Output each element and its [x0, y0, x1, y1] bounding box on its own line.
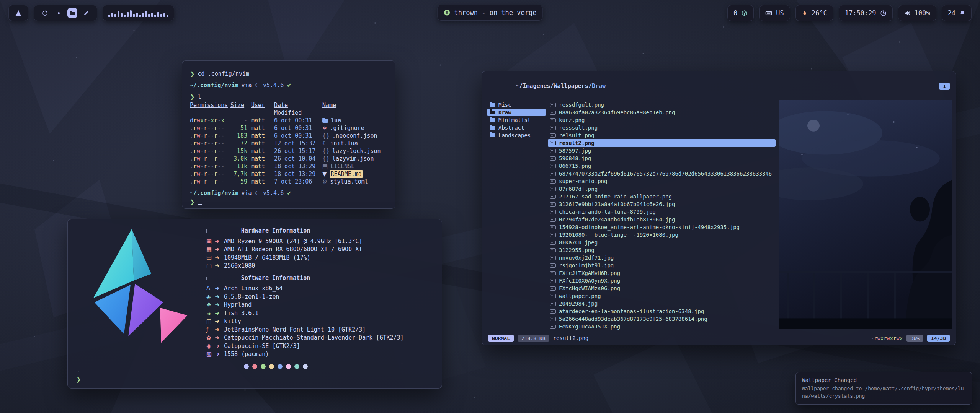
fetch-prompt[interactable]: ~ ❯ — [76, 367, 81, 384]
file-date: 6 oct 00:31 — [274, 132, 318, 140]
dir-name: Minimalist — [498, 117, 531, 123]
info-line: ❖➜Hyprland — [206, 301, 434, 309]
notification-popup[interactable]: Wallpaper Changed Wallpaper changed to /… — [795, 372, 972, 405]
wm-icon: ❖ — [206, 301, 215, 309]
vis-bar — [124, 15, 126, 17]
file-item[interactable]: 8FKa7Cu.jpeg — [548, 239, 776, 246]
info-text: 1558 (pacman) — [224, 350, 434, 359]
file-item[interactable]: result2.png — [548, 139, 776, 147]
file-name: FXfcJlTXgAMvH6R.png — [559, 270, 620, 276]
file-item[interactable]: 5a266e448add93deab367d87173e9f25-6837886… — [548, 315, 776, 323]
file-item[interactable]: 08a634fa02a32364f69ebc86a98eb1eb.png — [548, 109, 776, 116]
file-name: 5a266e448add93deab367d87173e9f25-6837886… — [559, 316, 707, 322]
info-line: ≋➜fish 3.6.1 — [206, 309, 434, 318]
file-owner: matt — [251, 124, 270, 132]
perm-char: . — [190, 148, 193, 154]
file-item[interactable]: FXfcII0X0AQyn9X.png — [548, 277, 776, 285]
image-icon — [550, 233, 556, 237]
terminal-icon: ◫ — [206, 317, 215, 326]
breadcrumb-path: ~/Imagenes/Wallpapers/Draw — [488, 76, 606, 96]
bar-left-modules — [8, 5, 174, 21]
file-size: 7,7k — [230, 170, 247, 178]
arrow-icon: ➜ — [215, 262, 224, 270]
info-text: JetBrainsMono Nerd Font Light 10 [GTK2/3… — [224, 326, 434, 334]
info-text: Hyprland — [224, 301, 434, 309]
arrow-icon: ➜ — [215, 237, 224, 246]
file-size: 59 — [230, 178, 247, 185]
file-item[interactable]: 3126f7e9bbf21a8a4af0b67b041c6e26.jpg — [548, 200, 776, 208]
workspace-4[interactable] — [81, 8, 91, 18]
file-item[interactable]: 217167-sad-anime-rain-wallpaper.png — [548, 193, 776, 200]
perm-char: - — [200, 155, 204, 162]
keyboard-layout-module[interactable]: US — [759, 5, 790, 21]
dir-item[interactable]: Misc — [487, 101, 546, 109]
perm-char: r — [193, 140, 197, 147]
file-item[interactable]: FXfcHgcWIAMzs0G.png — [548, 285, 776, 292]
workspace-3[interactable] — [67, 8, 77, 18]
file-owner: matt — [251, 117, 270, 124]
clock-module[interactable]: 17:50:29 — [839, 5, 893, 21]
file-item[interactable]: ressdfgult.png — [548, 101, 776, 109]
folder-icon — [490, 103, 495, 107]
rule-line — [314, 231, 345, 231]
dir-item[interactable]: Draw — [487, 109, 546, 116]
file-item[interactable]: kurz.png — [548, 116, 776, 124]
file-name: 19201080-__blue-tinge__-1920×1080.jpg — [559, 232, 678, 238]
tab-badge[interactable]: 1 — [939, 83, 950, 90]
file-item[interactable]: 587597.jpg — [548, 147, 776, 154]
perm-char: - — [211, 178, 214, 185]
file-item[interactable]: EeNKYgIUcAAJ5JX.png — [548, 323, 776, 330]
volume-module[interactable]: 100% — [898, 5, 936, 21]
workspace-2[interactable] — [54, 8, 64, 18]
dir-item[interactable]: Landscapes — [487, 132, 546, 139]
lua-icon: ☾ — [255, 189, 260, 197]
file-item[interactable]: 596848.jpg — [548, 154, 776, 162]
vis-bar — [121, 13, 122, 17]
launcher-button[interactable] — [8, 5, 28, 21]
file-item[interactable]: 3122955.png — [548, 246, 776, 254]
media-player-widget[interactable]: thrown - on the verge — [438, 5, 543, 21]
file-name: .gitignore — [330, 124, 364, 132]
image-icon — [550, 271, 556, 275]
file-item[interactable]: 20492984.jpg — [548, 300, 776, 307]
file-item[interactable]: 87r687df.png — [548, 185, 776, 193]
file-item[interactable]: FXfcJlTXgAMvH6R.png — [548, 269, 776, 277]
file-item[interactable]: atardecer-en-la-montanas-ilustracion-634… — [548, 307, 776, 315]
file-item[interactable]: nnvuv0xj2df71.jpg — [548, 254, 776, 262]
file-item[interactable]: 68747470733a2f2f696d616765732d7769786d70… — [548, 170, 776, 177]
vis-bar — [139, 15, 141, 17]
file-item[interactable]: resssult.png — [548, 124, 776, 132]
file-item[interactable]: re1sult.png — [548, 132, 776, 139]
file-item[interactable]: rsjqojlmjhf91.jpg — [548, 262, 776, 269]
json-icon: {} — [322, 132, 330, 140]
file-item[interactable]: wallpaper.png — [548, 292, 776, 300]
terminal-prompt-line[interactable]: ❯ — [190, 197, 387, 206]
vis-bar — [163, 13, 165, 17]
file-item[interactable]: 866715.png — [548, 162, 776, 170]
file-item[interactable]: chica-mirando-la-luna-8799.jpg — [548, 208, 776, 216]
dir-item[interactable]: Abstract — [487, 124, 546, 132]
updates-module[interactable]: 0 — [727, 5, 754, 21]
file-date: 26 oct 10:04 — [274, 155, 318, 163]
file-item[interactable]: super-mario.png — [548, 177, 776, 185]
color-dot — [252, 364, 257, 369]
image-icon — [550, 149, 556, 153]
file-name: rsjqojlmjhf91.jpg — [559, 262, 614, 268]
file-item[interactable]: 0c794faf07de24a4db4d4fb1eb813964.jpg — [548, 216, 776, 223]
notifications-module[interactable]: 24 — [942, 5, 972, 21]
perm-char: r — [193, 148, 197, 154]
vis-bar — [167, 15, 168, 17]
file-item[interactable]: 19201080-__blue-tinge__-1920×1080.jpg — [548, 231, 776, 239]
temperature-module[interactable]: 26°C — [795, 5, 833, 21]
file-name: lua — [331, 117, 341, 124]
lua-icon: ☾ — [322, 140, 327, 147]
workspace-1[interactable] — [40, 8, 50, 18]
file-name: kurz.png — [559, 117, 585, 123]
perm-char: - — [200, 140, 204, 147]
parent-directory-panel: MiscDrawMinimalistAbstractLandscapes — [487, 100, 546, 329]
file-owner: matt — [251, 163, 270, 170]
perm-char: r — [214, 178, 217, 185]
dir-item[interactable]: Minimalist — [487, 116, 546, 124]
check-icon: ✔ — [287, 81, 292, 89]
file-item[interactable]: 154928-odinokoe_anime-art-anime-okno-sin… — [548, 223, 776, 231]
